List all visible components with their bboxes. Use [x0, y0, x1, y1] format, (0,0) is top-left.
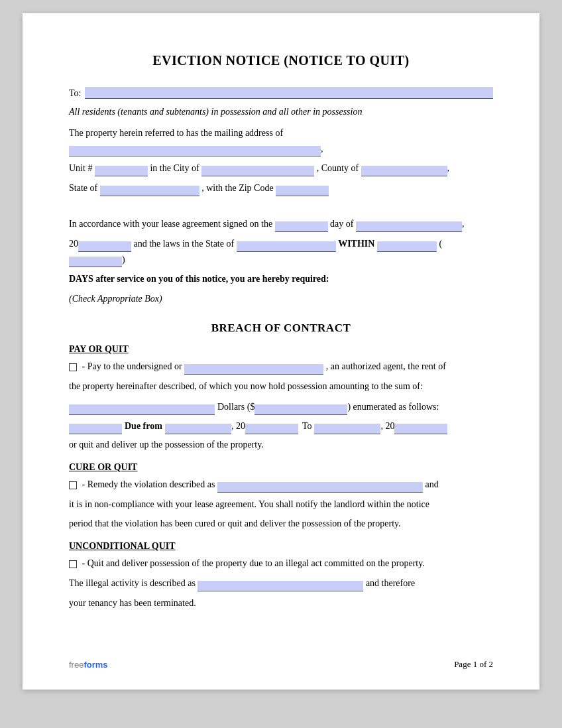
- pay-or-quit-checkbox[interactable]: [69, 363, 77, 371]
- property-line-2: Unit # in the City of , County of ,: [69, 160, 493, 176]
- month-field[interactable]: [356, 221, 462, 232]
- dollars-row: Dollars ($ ) enumerated as follows:: [69, 398, 493, 415]
- authorized-agent-field[interactable]: [184, 364, 323, 375]
- document-title: EVICTION NOTICE (NOTICE TO QUIT): [69, 53, 493, 68]
- to-line: To:: [69, 87, 493, 99]
- cure-or-quit-title: CURE OR QUIT: [69, 462, 493, 473]
- pay-or-quit-line2: the property hereinafter described, of w…: [69, 379, 493, 394]
- accordance-line-3: DAYS after service on you of this notice…: [69, 271, 493, 287]
- unconditional-quit-title: UNCONDITIONAL QUIT: [69, 541, 493, 552]
- zip-field[interactable]: [276, 186, 329, 196]
- brand-forms: forms: [84, 660, 107, 670]
- page-number: Page 1 of 2: [454, 659, 493, 670]
- to-date-field[interactable]: [314, 424, 380, 434]
- cure-line1: - Remedy the violation described as and: [69, 477, 493, 493]
- address-field[interactable]: [69, 146, 321, 156]
- brand-logo: freeforms: [69, 660, 108, 670]
- accordance-line-1: In accordance with your lease agreement …: [69, 216, 493, 232]
- unconditional-line1: - Quit and deliver possession of the pro…: [69, 556, 493, 572]
- unconditional-quit-checkbox[interactable]: [69, 560, 77, 568]
- all-residents-text: All residents (tenants and subtenants) i…: [69, 104, 493, 120]
- unconditional-line2: The illegal activity is described as and…: [69, 576, 493, 591]
- unit-field[interactable]: [95, 166, 148, 176]
- dollars-amount-field[interactable]: [254, 404, 347, 415]
- county-field[interactable]: [361, 166, 447, 176]
- to-year-field[interactable]: [394, 424, 447, 434]
- day-field[interactable]: [275, 221, 328, 232]
- dollar-sign-field[interactable]: [69, 424, 122, 434]
- cure-line3: period that the violation has been cured…: [69, 516, 493, 532]
- pay-or-quit-line1: - Pay to the undersigned or , an authori…: [69, 359, 493, 375]
- property-line-3: State of , with the Zip Code: [69, 180, 493, 196]
- property-line-1: The property herein referred to has the …: [69, 125, 493, 157]
- document-page: EVICTION NOTICE (NOTICE TO QUIT) To: All…: [23, 13, 539, 690]
- year-field[interactable]: [78, 241, 131, 252]
- state2-field[interactable]: [237, 241, 336, 252]
- within-days-field[interactable]: [377, 241, 437, 252]
- pay-or-quit-title: PAY OR QUIT: [69, 344, 493, 355]
- cure-or-quit-checkbox[interactable]: [69, 481, 77, 489]
- check-box-text: (Check Appropriate Box): [69, 291, 493, 307]
- brand-free: free: [69, 660, 84, 670]
- quit-deliver-text: or quit and deliver up the possession of…: [69, 437, 493, 453]
- document-footer: freeforms Page 1 of 2: [69, 659, 493, 670]
- due-from-year-field[interactable]: [245, 424, 298, 434]
- violation-field[interactable]: [217, 482, 423, 493]
- dollars-words-field[interactable]: [69, 404, 215, 415]
- unconditional-line3: your tenancy has been terminated.: [69, 595, 493, 611]
- state-field[interactable]: [100, 186, 199, 196]
- cure-line2: it is in non-compliance with your lease …: [69, 497, 493, 513]
- due-from-row: Due from , 20 To , 20: [69, 418, 493, 434]
- city-field[interactable]: [201, 166, 314, 176]
- due-from-date-field[interactable]: [165, 424, 231, 434]
- breach-title: BREACH OF CONTRACT: [69, 322, 493, 335]
- to-label: To:: [69, 88, 81, 99]
- to-field[interactable]: [85, 87, 493, 99]
- accordance-line-2: 20 and the laws in the State of WITHIN (…: [69, 236, 493, 268]
- within-abbr-field[interactable]: [69, 257, 122, 267]
- illegal-activity-field[interactable]: [197, 581, 363, 591]
